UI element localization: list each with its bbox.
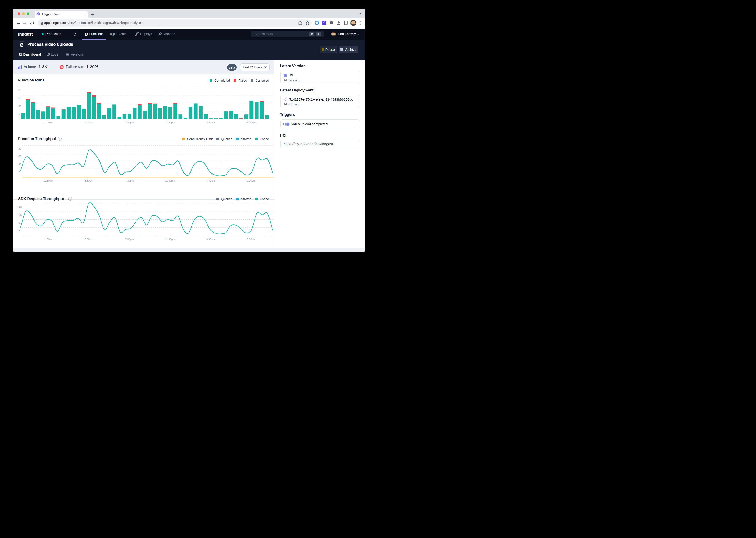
svg-text:3:30pm: 3:30pm (84, 121, 93, 124)
svg-text:11:30pm: 11:30pm (165, 238, 175, 241)
svg-text:11:30am: 11:30am (43, 121, 53, 124)
svg-text:3:30am: 3:30am (206, 179, 215, 182)
svg-text:11:30am: 11:30am (43, 179, 53, 182)
svg-text:20: 20 (19, 171, 22, 173)
svg-text:3:30am: 3:30am (206, 121, 215, 124)
svg-text:80: 80 (19, 147, 22, 150)
svg-text:60: 60 (19, 155, 22, 158)
svg-text:7:30pm: 7:30pm (125, 121, 134, 124)
svg-text:3:30pm: 3:30pm (84, 179, 93, 182)
svg-text:11:30am: 11:30am (43, 238, 53, 241)
svg-text:140: 140 (17, 206, 22, 208)
svg-text:20: 20 (19, 113, 22, 116)
svg-text:9:00am: 9:00am (247, 238, 256, 241)
svg-text:7:30pm: 7:30pm (125, 179, 134, 182)
svg-text:3:30am: 3:30am (206, 238, 215, 241)
svg-text:11:30pm: 11:30pm (165, 121, 175, 124)
svg-text:7:30pm: 7:30pm (125, 238, 134, 241)
svg-text:40: 40 (19, 163, 22, 166)
svg-text:11:30pm: 11:30pm (165, 179, 175, 182)
svg-text:105: 105 (17, 213, 22, 216)
svg-text:70: 70 (17, 221, 20, 224)
svg-text:35: 35 (17, 229, 20, 232)
svg-text:9:00am: 9:00am (247, 179, 256, 182)
svg-text:9:00am: 9:00am (247, 121, 256, 124)
svg-text:40: 40 (19, 105, 22, 108)
svg-text:3:30pm: 3:30pm (84, 238, 93, 241)
svg-text:60: 60 (19, 97, 22, 99)
svg-text:80: 80 (19, 89, 22, 91)
